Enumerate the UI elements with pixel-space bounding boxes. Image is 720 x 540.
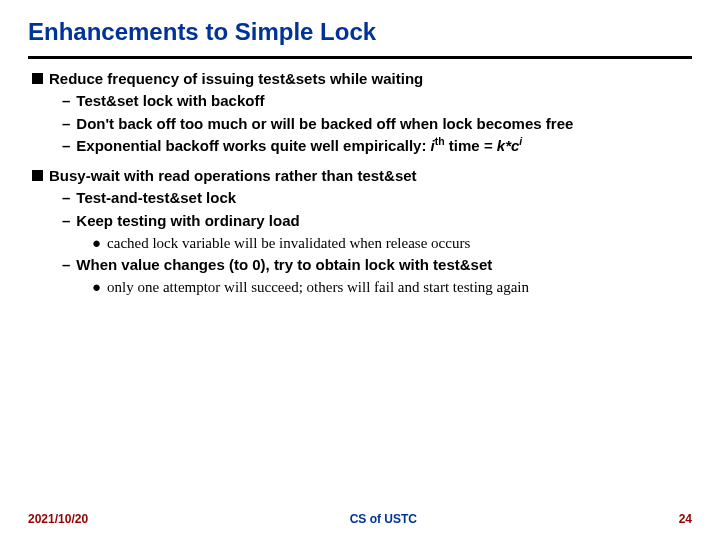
bullet-text: Test&set lock with backoff: [76, 92, 264, 109]
bullet-text: Reduce frequency of issuing test&sets wh…: [49, 70, 423, 87]
bullet-text: Keep testing with ordinary load: [76, 212, 299, 229]
bullet-level3: ●only one attemptor will succeed; others…: [28, 277, 692, 297]
slide-content: Reduce frequency of issuing test&sets wh…: [28, 69, 692, 298]
footer-center: CS of USTC: [88, 512, 679, 526]
square-bullet-icon: [32, 170, 43, 181]
bullet-text: only one attemptor will succeed; others …: [107, 279, 529, 295]
dash-bullet-icon: –: [62, 115, 70, 132]
bullet-level3: ●cached lock variable will be invalidate…: [28, 233, 692, 253]
bullet-level2: –Exponential backoff works quite well em…: [28, 136, 692, 156]
disc-bullet-icon: ●: [92, 278, 101, 295]
dash-bullet-icon: –: [62, 137, 70, 154]
bullet-text: When value changes (to 0), try to obtain…: [76, 256, 492, 273]
bullet-text: Busy-wait with read operations rather th…: [49, 167, 417, 184]
bullet-level2: –When value changes (to 0), try to obtai…: [28, 255, 692, 275]
dash-bullet-icon: –: [62, 256, 70, 273]
bullet-text: Exponential backoff works quite well emp…: [76, 137, 522, 154]
dash-bullet-icon: –: [62, 92, 70, 109]
footer-date: 2021/10/20: [28, 512, 88, 526]
bullet-level2: –Test&set lock with backoff: [28, 91, 692, 111]
square-bullet-icon: [32, 73, 43, 84]
bullet-level2: –Keep testing with ordinary load: [28, 211, 692, 231]
bullet-level2: –Don't back off too much or will be back…: [28, 114, 692, 134]
dash-bullet-icon: –: [62, 189, 70, 206]
disc-bullet-icon: ●: [92, 234, 101, 251]
bullet-level1: Busy-wait with read operations rather th…: [28, 166, 692, 186]
bullet-level1: Reduce frequency of issuing test&sets wh…: [28, 69, 692, 89]
bullet-text: Don't back off too much or will be backe…: [76, 115, 573, 132]
slide-title: Enhancements to Simple Lock: [28, 18, 692, 46]
slide-footer: 2021/10/20 CS of USTC 24: [0, 512, 720, 526]
dash-bullet-icon: –: [62, 212, 70, 229]
bullet-level2: –Test-and-test&set lock: [28, 188, 692, 208]
bullet-text: Test-and-test&set lock: [76, 189, 236, 206]
footer-page-number: 24: [679, 512, 692, 526]
bullet-text: cached lock variable will be invalidated…: [107, 235, 470, 251]
title-divider: [28, 56, 692, 59]
